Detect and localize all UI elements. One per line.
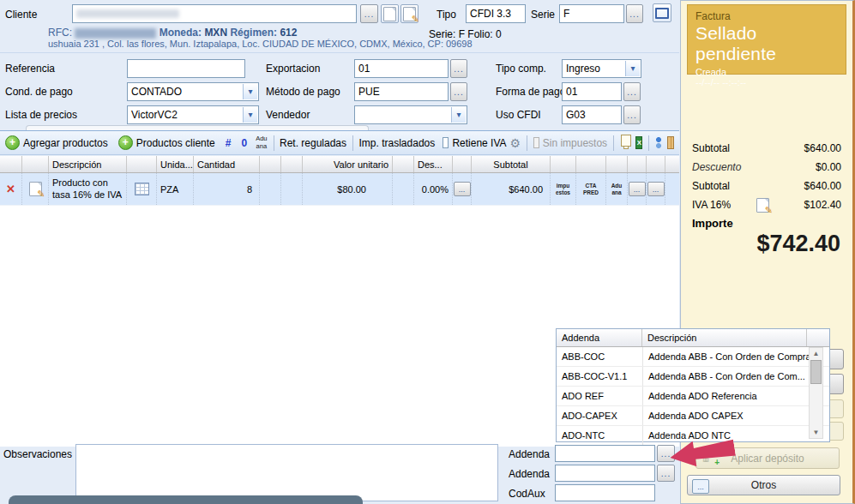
copy-icon[interactable] — [623, 137, 629, 149]
agregar-productos-button[interactable]: Agregar productos — [5, 135, 108, 150]
addenda-option[interactable]: ADO REF Addenda ADO Referencia — [557, 387, 829, 406]
delete-row-cell[interactable] — [0, 173, 22, 205]
row-aduana-l2: ana — [611, 189, 623, 195]
col-descripcion[interactable]: Descripción — [49, 156, 127, 172]
addenda1-label: Addenda — [509, 448, 550, 460]
aduana-l2: ana — [256, 143, 267, 150]
forma-pago-input[interactable]: 01 — [562, 82, 622, 101]
chevron-down-icon[interactable] — [451, 107, 466, 123]
row-spacer — [281, 173, 303, 205]
agregar-productos-label: Agregar productos — [23, 137, 108, 149]
row-grid-cell[interactable] — [127, 173, 157, 205]
otros-button[interactable]: ... Otros — [687, 475, 840, 495]
productos-cliente-label: Productos cliente — [136, 137, 215, 149]
ret-reguladas-button[interactable]: Ret. reguladas — [280, 137, 346, 149]
totals-row: IVA 16% $102.40 — [692, 196, 841, 213]
sin-impuestos-checkbox[interactable] — [533, 137, 539, 148]
col-spacer — [393, 156, 414, 172]
row-more-button-2[interactable]: ... — [647, 182, 665, 196]
popup-col-addenda[interactable]: Addenda — [557, 329, 642, 346]
popup-scrollbar[interactable]: ▲ ▼ — [809, 347, 823, 439]
addenda2-lookup-button[interactable]: ... — [657, 465, 675, 482]
addenda-option[interactable]: ABB-COC Addenda ABB - Con Orden de Compr… — [557, 347, 829, 367]
tipo-comp-select[interactable]: Ingreso — [562, 59, 641, 78]
codaux-input[interactable] — [555, 484, 655, 501]
popup-col-descripcion[interactable]: Descripción — [642, 329, 807, 346]
retiene-iva-label: Retiene IVA — [452, 137, 506, 149]
tipo-input[interactable]: CFDI 3.3 — [466, 4, 526, 23]
impuestos-mini-button: impuestos — [556, 183, 570, 195]
metodo-pago-lookup-button[interactable]: ... — [450, 82, 467, 101]
invoice-window: Cliente ... Tipo CFDI 3.3 Serie F ... RF… — [0, 0, 855, 504]
row-cta-cell[interactable]: CTAPRED — [576, 173, 606, 205]
forma-pago-lookup-button[interactable]: ... — [623, 82, 641, 101]
imp-trasladados-button[interactable]: Imp. trasladados — [359, 137, 436, 149]
status-box: Factura Sellado pendiente Creada --/--/-… — [687, 4, 846, 75]
edit-client-button[interactable] — [400, 4, 418, 23]
excel-paste-icon[interactable] — [635, 136, 642, 149]
totals-row: Subtotal $640.00 — [692, 140, 841, 157]
aplicar-deposito-label: Aplicar depósito — [731, 453, 804, 465]
row-unidad: PZA — [157, 173, 194, 205]
metodo-pago-label: Método de pago — [266, 86, 340, 98]
exportacion-lookup-button[interactable]: ... — [450, 59, 467, 78]
descuento-value: $0.00 — [816, 161, 841, 173]
metodo-pago-input[interactable]: PUE — [354, 82, 449, 101]
col-subtotal[interactable]: Subtotal — [472, 156, 551, 172]
addenda-option[interactable]: ADO-CAPEX Addenda ADO CAPEX — [557, 406, 829, 426]
docked-panel-tab[interactable] — [9, 495, 363, 504]
maximize-icon — [655, 8, 669, 19]
vendedor-label: Vendedor — [266, 109, 310, 121]
uso-cfdi-input[interactable]: G03 — [562, 105, 622, 124]
col-spacer — [647, 156, 665, 172]
scroll-up-icon[interactable]: ▲ — [813, 348, 820, 359]
addenda-option[interactable]: ADO-NTC Addenda ADO NTC — [557, 426, 829, 445]
aduana-toolbar-button[interactable]: Aduana — [256, 135, 267, 150]
row-impuestos-cell[interactable]: impuestos — [551, 173, 576, 205]
exportacion-label: Exportacion — [266, 63, 320, 75]
exportacion-input[interactable]: 01 — [354, 59, 449, 78]
related-items-icon[interactable] — [655, 136, 661, 149]
serie-input[interactable]: F — [559, 4, 624, 23]
col-filler — [665, 156, 679, 172]
columns-icon[interactable] — [667, 136, 674, 149]
vendedor-select[interactable] — [354, 105, 467, 124]
scrollbar-thumb[interactable] — [810, 360, 822, 384]
lista-precios-select[interactable]: VictorVC2 — [127, 105, 259, 124]
observaciones-textarea[interactable] — [75, 444, 498, 501]
descuento-lookup-button[interactable]: ... — [454, 182, 471, 196]
scroll-down-icon[interactable]: ▼ — [813, 427, 820, 438]
col-descuento[interactable]: Des... — [414, 156, 453, 172]
new-client-button[interactable] — [381, 4, 399, 23]
moneda-label: Moneda: — [160, 27, 202, 39]
addenda1-lookup-button[interactable]: ... — [657, 445, 675, 462]
row-aduana-cell[interactable]: Aduana — [606, 173, 628, 205]
chevron-down-icon[interactable] — [243, 107, 257, 123]
col-cantidad[interactable]: Cantidad — [194, 156, 260, 172]
cliente-lookup-button[interactable]: ... — [360, 4, 378, 23]
referencia-input[interactable] — [127, 59, 245, 78]
serie-lookup-button[interactable]: ... — [626, 4, 643, 23]
addenda2-input[interactable] — [555, 465, 655, 482]
edit-row-cell[interactable] — [22, 173, 49, 205]
addenda1-input[interactable] — [555, 445, 655, 462]
cond-pago-select[interactable]: CONTADO — [127, 82, 259, 101]
addenda-option[interactable]: ABB-COC-V1.1 Addenda ABB - Con Orden de … — [557, 367, 829, 387]
product-row[interactable]: Producto con tasa 16% de IVA PZA 8 $80.0… — [0, 173, 679, 206]
uso-cfdi-lookup-button[interactable]: ... — [623, 105, 641, 124]
col-valor-unitario[interactable]: Valor unitario — [303, 156, 393, 172]
col-unidad[interactable]: Unida... — [157, 156, 194, 172]
edit-iva-button[interactable] — [756, 198, 769, 213]
add-icon — [118, 135, 133, 150]
row-more-button-1[interactable]: ... — [629, 182, 646, 196]
maximize-button[interactable] — [653, 3, 671, 22]
edit-document-icon — [403, 7, 416, 21]
chevron-down-icon[interactable] — [625, 61, 640, 76]
chevron-down-icon[interactable] — [243, 84, 257, 99]
gear-icon[interactable] — [510, 136, 521, 150]
row-valor-unitario: $80.00 — [303, 173, 393, 205]
addenda2-label: Addenda — [509, 468, 550, 480]
retiene-iva-checkbox[interactable] — [443, 137, 449, 148]
cliente-input[interactable] — [72, 4, 357, 23]
productos-cliente-button[interactable]: Productos cliente — [118, 135, 215, 150]
